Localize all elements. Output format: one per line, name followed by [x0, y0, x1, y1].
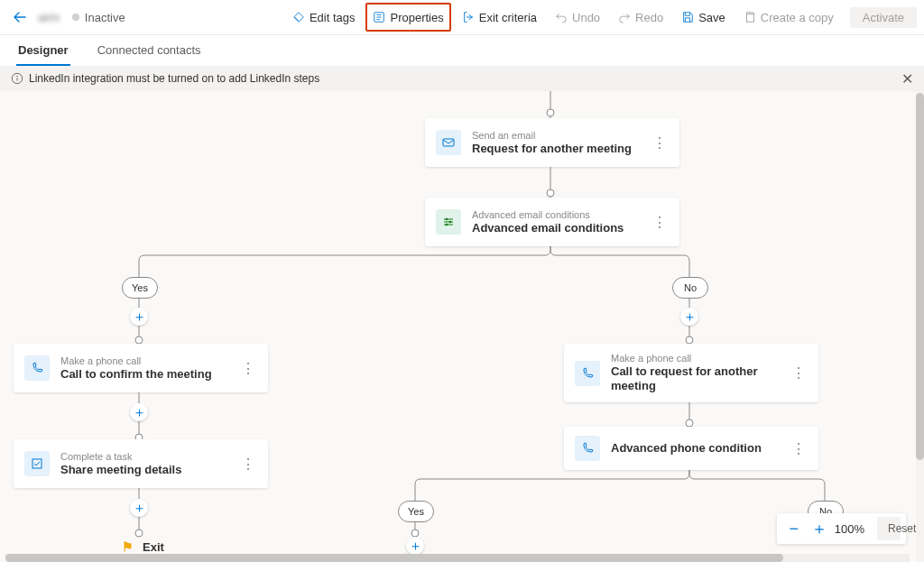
- node-confirm-call[interactable]: Make a phone callCall to confirm the mee…: [14, 344, 268, 392]
- node-title: Call to confirm the meeting: [60, 367, 212, 382]
- edit-tags-label: Edit tags: [310, 11, 356, 24]
- exit-label: Exit: [143, 540, 164, 554]
- svg-rect-24: [443, 139, 454, 146]
- zoom-control: − ＋ 100% Reset: [777, 513, 906, 544]
- notice-text: LinkedIn integration must be turned on t…: [29, 72, 319, 85]
- undo-button[interactable]: Undo: [548, 5, 607, 30]
- arrow-left-icon: [13, 10, 27, 24]
- tab-designer[interactable]: Designer: [16, 38, 70, 66]
- svg-point-23: [411, 530, 419, 537]
- svg-rect-31: [32, 459, 42, 468]
- add-step-button[interactable]: ＋: [406, 537, 424, 555]
- activate-button[interactable]: Activate: [850, 7, 917, 28]
- zoom-in-button[interactable]: ＋: [806, 517, 829, 540]
- svg-point-28: [446, 218, 448, 221]
- node-phone-condition[interactable]: Advanced phone condition ⋮: [564, 427, 818, 470]
- tabs: Designer Connected contacts: [0, 35, 924, 66]
- add-step-button[interactable]: ＋: [130, 308, 148, 326]
- node-send-email[interactable]: Send an emailRequest for another meeting…: [425, 118, 679, 167]
- zoom-reset-button[interactable]: Reset: [877, 517, 901, 540]
- branch-yes[interactable]: Yes: [122, 277, 158, 299]
- svg-point-7: [16, 76, 17, 77]
- phone-icon: [575, 436, 600, 461]
- properties-icon: [373, 11, 385, 23]
- node-title: Request for another meeting: [472, 142, 632, 156]
- svg-point-9: [547, 109, 554, 116]
- sequence-name: akhi: [38, 11, 60, 24]
- svg-point-19: [135, 530, 143, 537]
- task-icon: [24, 451, 50, 476]
- exit-icon: [462, 11, 475, 23]
- exit-criteria-label: Exit criteria: [479, 11, 537, 24]
- node-subtitle: Complete a task: [60, 451, 181, 463]
- properties-button[interactable]: Properties: [365, 3, 450, 32]
- node-subtitle: Make a phone call: [611, 353, 790, 364]
- save-icon: [681, 11, 694, 23]
- create-copy-button[interactable]: Create a copy: [736, 5, 841, 30]
- zoom-percent: 100%: [835, 522, 864, 536]
- status-label: Inactive: [85, 11, 125, 24]
- top-header: akhi Inactive Edit tags Properties Exit …: [0, 0, 924, 35]
- node-menu-button[interactable]: ⋮: [239, 456, 257, 473]
- save-label: Save: [698, 11, 725, 24]
- phone-icon: [575, 361, 600, 386]
- properties-label: Properties: [390, 11, 443, 24]
- branch-no[interactable]: No: [672, 277, 708, 299]
- node-menu-button[interactable]: ⋮: [790, 440, 808, 457]
- create-copy-label: Create a copy: [761, 11, 834, 24]
- node-subtitle: Advanced email conditions: [472, 209, 624, 221]
- svg-rect-4: [746, 14, 753, 23]
- designer-canvas[interactable]: Send an emailRequest for another meeting…: [0, 91, 924, 562]
- vertical-scrollbar[interactable]: [916, 91, 924, 562]
- svg-point-21: [686, 419, 693, 427]
- redo-icon: [618, 11, 631, 23]
- undo-label: Undo: [572, 11, 600, 24]
- branch-yes[interactable]: Yes: [398, 501, 434, 522]
- tag-icon: [292, 11, 305, 23]
- node-title: Share meeting details: [60, 463, 181, 477]
- node-title: Call to request for another meeting: [611, 364, 790, 393]
- notice-bar: LinkedIn integration must be turned on t…: [0, 66, 924, 91]
- email-icon: [436, 130, 461, 155]
- status-dot-icon: [72, 14, 79, 21]
- node-request-call[interactable]: Make a phone callCall to request for ano…: [564, 344, 818, 402]
- redo-label: Redo: [635, 11, 663, 24]
- info-icon: [11, 72, 23, 85]
- exit-node[interactable]: ⚑ Exit: [122, 539, 164, 554]
- flag-icon: ⚑: [122, 539, 134, 554]
- exit-criteria-button[interactable]: Exit criteria: [455, 5, 544, 30]
- node-title: Advanced phone condition: [611, 441, 762, 456]
- zoom-out-button[interactable]: −: [782, 517, 806, 540]
- redo-button[interactable]: Redo: [611, 5, 670, 30]
- add-step-button[interactable]: ＋: [130, 403, 148, 421]
- add-step-button[interactable]: ＋: [680, 308, 698, 326]
- condition-icon: [436, 209, 461, 235]
- node-task[interactable]: Complete a taskShare meeting details ⋮: [14, 439, 268, 488]
- copy-icon: [744, 11, 756, 23]
- node-menu-button[interactable]: ⋮: [651, 134, 669, 152]
- node-menu-button[interactable]: ⋮: [239, 360, 257, 377]
- node-subtitle: Make a phone call: [60, 355, 212, 367]
- horizontal-scrollbar[interactable]: [5, 554, 910, 562]
- svg-point-13: [135, 336, 143, 344]
- tab-connected-contacts[interactable]: Connected contacts: [96, 38, 203, 66]
- back-button[interactable]: [7, 5, 32, 30]
- svg-point-11: [547, 189, 554, 197]
- node-menu-button[interactable]: ⋮: [651, 214, 669, 231]
- node-subtitle: Send an email: [472, 130, 632, 142]
- edit-tags-button[interactable]: Edit tags: [285, 5, 363, 30]
- node-menu-button[interactable]: ⋮: [790, 364, 808, 382]
- node-title: Advanced email conditions: [472, 221, 624, 235]
- node-email-conditions[interactable]: Advanced email conditionsAdvanced email …: [425, 198, 679, 246]
- svg-point-15: [686, 336, 693, 344]
- phone-icon: [24, 355, 50, 381]
- svg-point-30: [446, 224, 448, 226]
- save-button[interactable]: Save: [674, 5, 733, 30]
- svg-point-29: [449, 221, 452, 224]
- undo-icon: [555, 11, 568, 23]
- notice-close-button[interactable]: ✕: [901, 70, 913, 87]
- add-step-button[interactable]: ＋: [130, 499, 148, 517]
